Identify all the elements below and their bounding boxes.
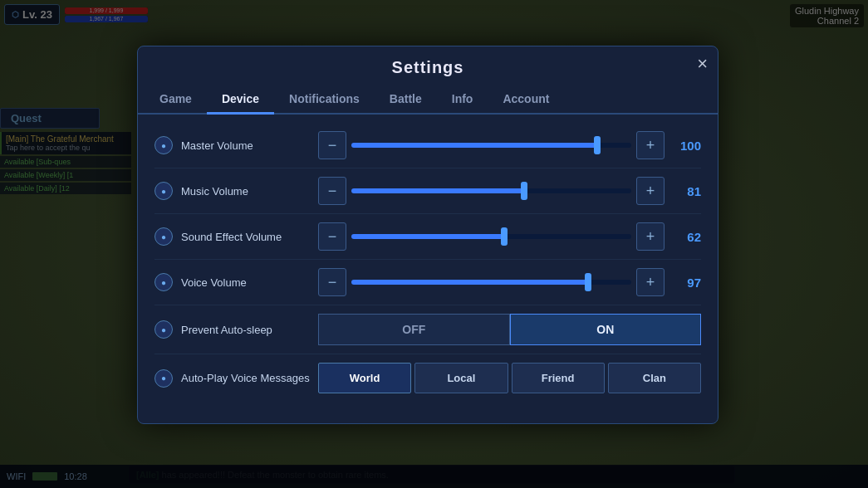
close-button[interactable]: ×: [697, 55, 708, 73]
sound-effect-fill: [351, 234, 505, 239]
auto-play-voice-row: ● Auto-Play Voice Messages World Local F…: [154, 354, 701, 402]
master-volume-decrease[interactable]: −: [318, 131, 346, 159]
voice-volume-track[interactable]: [351, 280, 631, 285]
voice-volume-label: Voice Volume: [181, 276, 310, 289]
voice-volume-fill: [351, 280, 589, 285]
modal-header: Settings ×: [138, 46, 718, 77]
master-volume-value: 100: [669, 139, 701, 153]
master-volume-thumb[interactable]: [594, 136, 601, 154]
music-volume-thumb[interactable]: [521, 182, 527, 200]
settings-tabs: Game Device Notifications Battle Info Ac…: [138, 85, 718, 115]
music-volume-label: Music Volume: [181, 185, 310, 198]
auto-sleep-off-button[interactable]: OFF: [318, 314, 510, 345]
sound-effect-volume-icon: ●: [154, 227, 173, 246]
auto-sleep-label: Prevent Auto-sleep: [181, 324, 310, 336]
tab-notifications[interactable]: Notifications: [274, 85, 375, 115]
voice-volume-increase[interactable]: +: [636, 268, 664, 296]
voice-volume-value: 97: [669, 276, 701, 290]
auto-sleep-toggle: OFF ON: [318, 314, 701, 345]
music-volume-track[interactable]: [351, 188, 631, 193]
master-volume-increase[interactable]: +: [636, 131, 664, 159]
auto-play-voice-label: Auto-Play Voice Messages: [181, 372, 310, 384]
music-volume-row: ● Music Volume − + 81: [154, 168, 701, 214]
tab-account[interactable]: Account: [488, 85, 564, 115]
tab-battle[interactable]: Battle: [375, 85, 437, 115]
sound-effect-decrease[interactable]: −: [318, 222, 346, 251]
settings-modal: Settings × Game Device Notifications Bat…: [137, 46, 718, 424]
auto-play-voice-icon: ●: [154, 369, 173, 388]
voice-world-button[interactable]: World: [318, 363, 411, 393]
music-volume-increase[interactable]: +: [636, 177, 664, 205]
modal-title: Settings: [392, 58, 464, 77]
auto-sleep-on-button[interactable]: ON: [510, 314, 702, 345]
tab-device[interactable]: Device: [207, 85, 274, 115]
master-volume-icon: ●: [154, 136, 173, 154]
tab-game[interactable]: Game: [145, 85, 207, 115]
sound-effect-volume-label: Sound Effect Volume: [181, 231, 310, 243]
master-volume-fill: [351, 143, 598, 148]
settings-content: ● Master Volume − + 100 ● Music Volume −: [138, 115, 718, 410]
tab-info[interactable]: Info: [437, 85, 488, 115]
voice-volume-slider-group: − + 97: [318, 268, 701, 296]
auto-play-voice-options: World Local Friend Clan: [318, 363, 701, 393]
sound-effect-increase[interactable]: +: [636, 222, 664, 251]
music-volume-slider-group: − + 81: [318, 177, 701, 205]
sound-effect-volume-row: ● Sound Effect Volume − + 62: [154, 214, 701, 260]
auto-sleep-icon: ●: [154, 320, 173, 339]
sound-effect-slider-group: − + 62: [318, 222, 701, 251]
music-volume-value: 81: [669, 184, 701, 198]
master-volume-label: Master Volume: [181, 139, 310, 152]
master-volume-slider-group: − + 100: [318, 131, 701, 159]
voice-friend-button[interactable]: Friend: [512, 363, 605, 393]
music-volume-icon: ●: [154, 182, 173, 200]
sound-effect-thumb[interactable]: [501, 227, 508, 246]
voice-volume-row: ● Voice Volume − + 97: [154, 260, 701, 305]
sound-effect-value: 62: [669, 230, 701, 244]
voice-volume-icon: ●: [154, 273, 173, 291]
voice-volume-thumb[interactable]: [585, 273, 591, 291]
music-volume-fill: [351, 188, 525, 193]
sound-effect-track[interactable]: [351, 234, 631, 239]
auto-sleep-row: ● Prevent Auto-sleep OFF ON: [154, 305, 701, 354]
voice-clan-button[interactable]: Clan: [608, 363, 701, 393]
voice-local-button[interactable]: Local: [414, 363, 508, 393]
voice-volume-decrease[interactable]: −: [318, 268, 346, 296]
master-volume-track[interactable]: [351, 143, 631, 148]
music-volume-decrease[interactable]: −: [318, 177, 346, 205]
master-volume-row: ● Master Volume − + 100: [154, 123, 701, 168]
